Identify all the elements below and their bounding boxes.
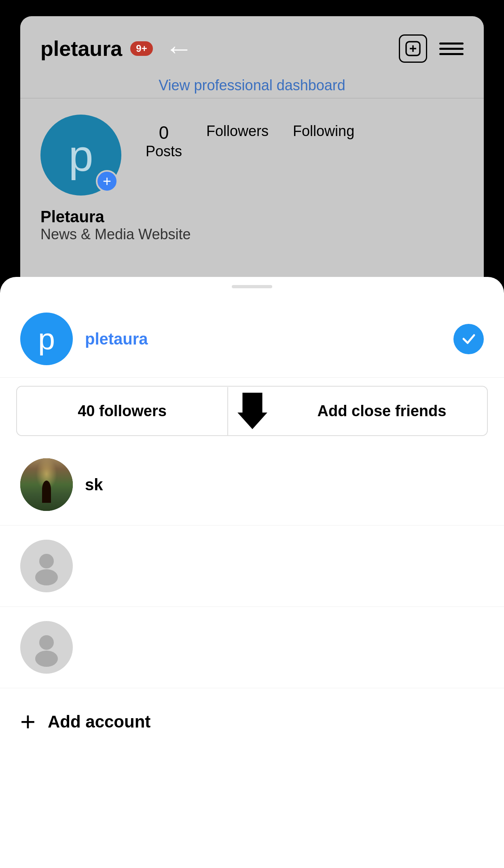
- list-item[interactable]: sk: [0, 444, 504, 525]
- add-post-icon[interactable]: [399, 34, 427, 63]
- action-bar: 40 followers Add close friends: [16, 386, 488, 436]
- profile-display-name: Pletaura: [40, 208, 464, 226]
- background: pletaura 9+ ← View prof: [0, 0, 504, 868]
- followers-button[interactable]: 40 followers: [17, 387, 228, 435]
- list-item[interactable]: [0, 525, 504, 607]
- posts-count: 0: [146, 123, 182, 143]
- account-avatar-letter: p: [38, 321, 55, 356]
- list-item[interactable]: [0, 607, 504, 688]
- sheet-handle: [232, 285, 272, 288]
- profile-avatar-large[interactable]: p +: [40, 115, 121, 196]
- header-left: pletaura 9+ ←: [40, 32, 193, 65]
- add-account-plus-icon: +: [20, 708, 36, 735]
- user-name-sk: sk: [85, 476, 103, 494]
- user-avatar-ghost-2: [20, 621, 73, 674]
- followers-label: Followers: [206, 123, 269, 139]
- back-arrow-icon[interactable]: ←: [165, 32, 193, 65]
- add-close-friends-button[interactable]: Add close friends: [277, 387, 487, 435]
- following-stat[interactable]: Following: [293, 123, 354, 140]
- user-avatar-ghost-1: [20, 540, 73, 592]
- account-selected-badge: [453, 324, 484, 354]
- add-account-label: Add account: [48, 712, 150, 732]
- avatar-letter: p: [68, 130, 93, 181]
- followers-stat[interactable]: Followers: [206, 123, 269, 140]
- arrow-down-icon: [228, 387, 277, 435]
- following-label: Following: [293, 123, 354, 139]
- add-account-row[interactable]: + Add account: [0, 688, 504, 755]
- account-avatar: p: [20, 313, 73, 365]
- hamburger-menu-icon[interactable]: [439, 43, 464, 55]
- posts-stat: 0 Posts: [146, 123, 182, 160]
- posts-label: Posts: [146, 143, 182, 160]
- profile-stats: 0 Posts Followers Following: [146, 115, 354, 160]
- header-right: [399, 34, 464, 63]
- profile-name-section: Pletaura News & Media Website: [20, 204, 484, 255]
- svg-point-9: [35, 651, 58, 667]
- profile-info-section: p + 0 Posts Followers Following: [20, 98, 484, 204]
- svg-point-8: [39, 635, 54, 650]
- notification-badge: 9+: [130, 41, 152, 56]
- user-avatar-sk: [20, 458, 73, 511]
- bottom-sheet: p pletaura 40 followers Add close friend…: [0, 277, 504, 868]
- account-name: pletaura: [85, 330, 453, 348]
- svg-marker-3: [237, 393, 267, 429]
- account-row[interactable]: p pletaura: [0, 300, 504, 378]
- svg-point-5: [39, 554, 54, 568]
- avatar-add-button[interactable]: +: [96, 170, 118, 192]
- profile-username-header: pletaura: [40, 36, 122, 61]
- svg-point-6: [35, 569, 58, 585]
- profile-header: pletaura 9+ ←: [20, 16, 484, 73]
- profile-bio: News & Media Website: [40, 226, 464, 243]
- pro-dashboard-link[interactable]: View professional dashboard: [20, 73, 484, 98]
